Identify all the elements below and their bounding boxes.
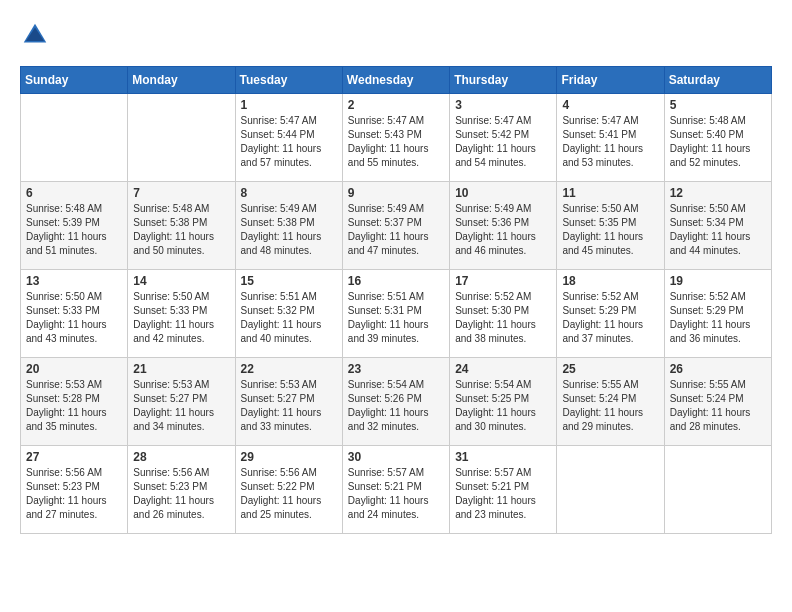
day-detail: Sunrise: 5:51 AMSunset: 5:31 PMDaylight:… bbox=[348, 290, 444, 346]
calendar-cell: 29Sunrise: 5:56 AMSunset: 5:22 PMDayligh… bbox=[235, 446, 342, 534]
logo bbox=[20, 20, 54, 50]
day-detail: Sunrise: 5:53 AMSunset: 5:27 PMDaylight:… bbox=[133, 378, 229, 434]
calendar-cell: 23Sunrise: 5:54 AMSunset: 5:26 PMDayligh… bbox=[342, 358, 449, 446]
day-detail: Sunrise: 5:47 AMSunset: 5:44 PMDaylight:… bbox=[241, 114, 337, 170]
day-number: 4 bbox=[562, 98, 658, 112]
day-detail: Sunrise: 5:49 AMSunset: 5:37 PMDaylight:… bbox=[348, 202, 444, 258]
calendar-header: SundayMondayTuesdayWednesdayThursdayFrid… bbox=[21, 67, 772, 94]
calendar-cell: 7Sunrise: 5:48 AMSunset: 5:38 PMDaylight… bbox=[128, 182, 235, 270]
day-number: 15 bbox=[241, 274, 337, 288]
day-detail: Sunrise: 5:49 AMSunset: 5:38 PMDaylight:… bbox=[241, 202, 337, 258]
day-number: 20 bbox=[26, 362, 122, 376]
logo-icon bbox=[20, 20, 50, 50]
day-number: 18 bbox=[562, 274, 658, 288]
week-row-4: 27Sunrise: 5:56 AMSunset: 5:23 PMDayligh… bbox=[21, 446, 772, 534]
day-detail: Sunrise: 5:50 AMSunset: 5:34 PMDaylight:… bbox=[670, 202, 766, 258]
header-row: SundayMondayTuesdayWednesdayThursdayFrid… bbox=[21, 67, 772, 94]
header-saturday: Saturday bbox=[664, 67, 771, 94]
calendar-body: 1Sunrise: 5:47 AMSunset: 5:44 PMDaylight… bbox=[21, 94, 772, 534]
day-number: 5 bbox=[670, 98, 766, 112]
calendar-cell: 10Sunrise: 5:49 AMSunset: 5:36 PMDayligh… bbox=[450, 182, 557, 270]
header-tuesday: Tuesday bbox=[235, 67, 342, 94]
day-number: 21 bbox=[133, 362, 229, 376]
calendar-cell: 25Sunrise: 5:55 AMSunset: 5:24 PMDayligh… bbox=[557, 358, 664, 446]
day-detail: Sunrise: 5:50 AMSunset: 5:33 PMDaylight:… bbox=[26, 290, 122, 346]
calendar-cell: 22Sunrise: 5:53 AMSunset: 5:27 PMDayligh… bbox=[235, 358, 342, 446]
day-number: 14 bbox=[133, 274, 229, 288]
day-number: 29 bbox=[241, 450, 337, 464]
day-number: 2 bbox=[348, 98, 444, 112]
header-wednesday: Wednesday bbox=[342, 67, 449, 94]
day-detail: Sunrise: 5:50 AMSunset: 5:35 PMDaylight:… bbox=[562, 202, 658, 258]
day-number: 12 bbox=[670, 186, 766, 200]
day-detail: Sunrise: 5:52 AMSunset: 5:29 PMDaylight:… bbox=[562, 290, 658, 346]
calendar-cell bbox=[557, 446, 664, 534]
week-row-2: 13Sunrise: 5:50 AMSunset: 5:33 PMDayligh… bbox=[21, 270, 772, 358]
day-detail: Sunrise: 5:57 AMSunset: 5:21 PMDaylight:… bbox=[455, 466, 551, 522]
calendar-cell: 11Sunrise: 5:50 AMSunset: 5:35 PMDayligh… bbox=[557, 182, 664, 270]
day-number: 16 bbox=[348, 274, 444, 288]
header-friday: Friday bbox=[557, 67, 664, 94]
day-detail: Sunrise: 5:56 AMSunset: 5:23 PMDaylight:… bbox=[133, 466, 229, 522]
day-number: 1 bbox=[241, 98, 337, 112]
calendar-cell: 24Sunrise: 5:54 AMSunset: 5:25 PMDayligh… bbox=[450, 358, 557, 446]
day-number: 7 bbox=[133, 186, 229, 200]
calendar-cell: 16Sunrise: 5:51 AMSunset: 5:31 PMDayligh… bbox=[342, 270, 449, 358]
day-detail: Sunrise: 5:53 AMSunset: 5:28 PMDaylight:… bbox=[26, 378, 122, 434]
day-number: 6 bbox=[26, 186, 122, 200]
calendar-cell: 2Sunrise: 5:47 AMSunset: 5:43 PMDaylight… bbox=[342, 94, 449, 182]
day-detail: Sunrise: 5:55 AMSunset: 5:24 PMDaylight:… bbox=[670, 378, 766, 434]
calendar-cell: 5Sunrise: 5:48 AMSunset: 5:40 PMDaylight… bbox=[664, 94, 771, 182]
calendar-table: SundayMondayTuesdayWednesdayThursdayFrid… bbox=[20, 66, 772, 534]
day-number: 25 bbox=[562, 362, 658, 376]
day-detail: Sunrise: 5:54 AMSunset: 5:25 PMDaylight:… bbox=[455, 378, 551, 434]
day-number: 24 bbox=[455, 362, 551, 376]
calendar-cell: 4Sunrise: 5:47 AMSunset: 5:41 PMDaylight… bbox=[557, 94, 664, 182]
calendar-cell: 31Sunrise: 5:57 AMSunset: 5:21 PMDayligh… bbox=[450, 446, 557, 534]
day-number: 17 bbox=[455, 274, 551, 288]
week-row-0: 1Sunrise: 5:47 AMSunset: 5:44 PMDaylight… bbox=[21, 94, 772, 182]
day-number: 23 bbox=[348, 362, 444, 376]
day-detail: Sunrise: 5:51 AMSunset: 5:32 PMDaylight:… bbox=[241, 290, 337, 346]
calendar-cell: 30Sunrise: 5:57 AMSunset: 5:21 PMDayligh… bbox=[342, 446, 449, 534]
day-detail: Sunrise: 5:49 AMSunset: 5:36 PMDaylight:… bbox=[455, 202, 551, 258]
calendar-cell: 28Sunrise: 5:56 AMSunset: 5:23 PMDayligh… bbox=[128, 446, 235, 534]
day-detail: Sunrise: 5:47 AMSunset: 5:42 PMDaylight:… bbox=[455, 114, 551, 170]
calendar-cell: 15Sunrise: 5:51 AMSunset: 5:32 PMDayligh… bbox=[235, 270, 342, 358]
calendar-cell: 12Sunrise: 5:50 AMSunset: 5:34 PMDayligh… bbox=[664, 182, 771, 270]
week-row-3: 20Sunrise: 5:53 AMSunset: 5:28 PMDayligh… bbox=[21, 358, 772, 446]
calendar-cell: 1Sunrise: 5:47 AMSunset: 5:44 PMDaylight… bbox=[235, 94, 342, 182]
calendar-cell: 18Sunrise: 5:52 AMSunset: 5:29 PMDayligh… bbox=[557, 270, 664, 358]
day-number: 22 bbox=[241, 362, 337, 376]
day-number: 26 bbox=[670, 362, 766, 376]
day-number: 28 bbox=[133, 450, 229, 464]
calendar-cell bbox=[21, 94, 128, 182]
calendar-cell: 3Sunrise: 5:47 AMSunset: 5:42 PMDaylight… bbox=[450, 94, 557, 182]
calendar-cell: 26Sunrise: 5:55 AMSunset: 5:24 PMDayligh… bbox=[664, 358, 771, 446]
day-detail: Sunrise: 5:48 AMSunset: 5:40 PMDaylight:… bbox=[670, 114, 766, 170]
day-detail: Sunrise: 5:52 AMSunset: 5:29 PMDaylight:… bbox=[670, 290, 766, 346]
calendar-cell: 27Sunrise: 5:56 AMSunset: 5:23 PMDayligh… bbox=[21, 446, 128, 534]
day-number: 30 bbox=[348, 450, 444, 464]
calendar-cell: 14Sunrise: 5:50 AMSunset: 5:33 PMDayligh… bbox=[128, 270, 235, 358]
page-header bbox=[20, 20, 772, 50]
day-number: 10 bbox=[455, 186, 551, 200]
calendar-cell: 9Sunrise: 5:49 AMSunset: 5:37 PMDaylight… bbox=[342, 182, 449, 270]
day-number: 19 bbox=[670, 274, 766, 288]
calendar-cell bbox=[128, 94, 235, 182]
day-detail: Sunrise: 5:55 AMSunset: 5:24 PMDaylight:… bbox=[562, 378, 658, 434]
calendar-cell: 21Sunrise: 5:53 AMSunset: 5:27 PMDayligh… bbox=[128, 358, 235, 446]
day-detail: Sunrise: 5:53 AMSunset: 5:27 PMDaylight:… bbox=[241, 378, 337, 434]
day-detail: Sunrise: 5:56 AMSunset: 5:23 PMDaylight:… bbox=[26, 466, 122, 522]
day-detail: Sunrise: 5:47 AMSunset: 5:41 PMDaylight:… bbox=[562, 114, 658, 170]
day-detail: Sunrise: 5:52 AMSunset: 5:30 PMDaylight:… bbox=[455, 290, 551, 346]
calendar-cell: 19Sunrise: 5:52 AMSunset: 5:29 PMDayligh… bbox=[664, 270, 771, 358]
day-detail: Sunrise: 5:50 AMSunset: 5:33 PMDaylight:… bbox=[133, 290, 229, 346]
calendar-cell: 20Sunrise: 5:53 AMSunset: 5:28 PMDayligh… bbox=[21, 358, 128, 446]
day-number: 9 bbox=[348, 186, 444, 200]
header-sunday: Sunday bbox=[21, 67, 128, 94]
day-number: 3 bbox=[455, 98, 551, 112]
day-detail: Sunrise: 5:47 AMSunset: 5:43 PMDaylight:… bbox=[348, 114, 444, 170]
day-detail: Sunrise: 5:57 AMSunset: 5:21 PMDaylight:… bbox=[348, 466, 444, 522]
day-number: 27 bbox=[26, 450, 122, 464]
